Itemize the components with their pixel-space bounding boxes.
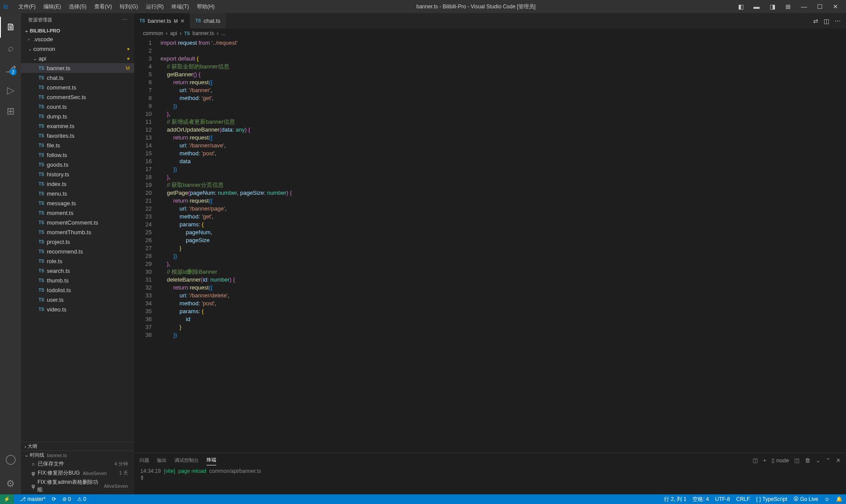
file-item[interactable]: TSthumb.ts [21,275,134,285]
file-item[interactable]: TSuser.ts [21,295,134,304]
file-item[interactable]: TSfavorites.ts [21,131,134,140]
chevron-down-icon[interactable]: ⌄ [816,457,821,464]
outline-section[interactable]: › 大纲 [21,442,134,450]
file-item[interactable]: TSmomentThumb.ts [21,227,134,237]
file-item[interactable]: TSindex.ts [21,179,134,189]
file-item[interactable]: TScount.ts [21,102,134,111]
close-panel-icon[interactable]: ✕ [836,457,841,464]
timeline-section[interactable]: ⌄ 时间线 banner.ts [21,450,134,459]
indentation[interactable]: 空格: 4 [693,496,709,503]
timeline-item[interactable]: ○已保存文件4 分钟 [21,459,134,468]
close-tab-icon[interactable]: ✕ [180,18,185,24]
file-item[interactable]: TSfile.ts [21,140,134,150]
file-item[interactable]: TSvideo.ts [21,304,134,314]
sidebar-title: 资源管理器 [28,17,52,23]
compare-icon[interactable]: ⇄ [813,18,818,25]
layout-icon[interactable]: ◧ [734,3,748,10]
warnings-count[interactable]: ⚠ 0 [77,496,86,502]
panel-tab-output[interactable]: 输出 [157,455,167,465]
shell-selector[interactable]: ▯ node [771,457,789,464]
activity-bar: 🗎 ⌕ ⎇2 ▷ ⊞ ◯ ⚙ [0,13,21,494]
remote-button[interactable]: ⚡ [0,494,14,504]
add-terminal-icon[interactable]: + [763,457,767,464]
split-terminal-icon[interactable]: ◫ [753,457,758,464]
maximize-button[interactable]: ☐ [813,3,827,10]
more-icon[interactable]: ⋯ [122,17,127,23]
file-item[interactable]: TShistory.ts [21,169,134,179]
close-button[interactable]: ✕ [828,3,842,10]
menu-selection[interactable]: 选择(S) [65,1,90,12]
file-item[interactable]: TStodolist.ts [21,285,134,295]
settings-icon[interactable]: ⚙ [0,473,21,494]
eol[interactable]: CRLF [736,496,750,502]
notifications-icon[interactable]: 🔔 [836,496,842,502]
folder-vscode[interactable]: ›.vscode [21,34,134,44]
file-item[interactable]: TSproject.ts [21,237,134,247]
editor-area: TSbanner.tsM✕TSchat.ts ⇄ ◫ ⋯ common › ap… [134,13,846,494]
file-item[interactable]: TSmoment.ts [21,208,134,218]
project-root[interactable]: ⌄ BILIBILI-PRO [21,27,134,34]
file-item[interactable]: TSgoods.ts [21,160,134,169]
terminal-output[interactable]: 14:34:19 [vite] page reload common/api/b… [134,467,846,494]
file-item[interactable]: TSrole.ts [21,256,134,266]
code-editor[interactable]: import request from '../request' export … [161,38,811,453]
file-item[interactable]: TSsearch.ts [21,266,134,275]
menu-view[interactable]: 查看(V) [91,1,115,12]
folder-api[interactable]: ⌄api● [21,54,134,63]
minimap[interactable] [811,38,846,453]
folder-common[interactable]: ⌄common● [21,44,134,54]
file-item[interactable]: TScomment.ts [21,82,134,92]
go-live[interactable]: ⦿ Go Live [793,496,818,502]
timeline-item[interactable]: φFIX:修复admin表格删除功能 AliveSeven [21,478,134,494]
breadcrumbs[interactable]: common › api › TS banner.ts › ... [134,29,846,38]
more-icon[interactable]: ⋯ [835,18,841,25]
minimize-button[interactable]: — [797,3,811,10]
chevron-up-icon[interactable]: ⌃ [826,457,831,464]
panel-tab-problems[interactable]: 问题 [139,455,149,465]
cursor-position[interactable]: 行 2, 列 1 [664,496,686,503]
menu-run[interactable]: 运行(R) [143,1,168,12]
file-item[interactable]: TScommentSec.ts [21,92,134,102]
sidebar-header: 资源管理器 ⋯ [21,13,134,27]
layout-icon[interactable]: ⊞ [781,3,795,10]
file-item[interactable]: TSdump.ts [21,111,134,121]
file-item[interactable]: TSexamine.ts [21,121,134,131]
explorer-icon[interactable]: 🗎 [0,17,21,38]
split-icon[interactable]: ◫ [824,18,829,25]
extensions-icon[interactable]: ⊞ [0,101,21,122]
sidebar: 资源管理器 ⋯ ⌄ BILIBILI-PRO ›.vscode ⌄common●… [21,13,134,494]
sync-button[interactable]: ⟳ [52,496,56,502]
panel-tab-debug[interactable]: 调试控制台 [175,455,199,465]
file-item[interactable]: TSfollow.ts [21,150,134,160]
file-item[interactable]: TSbanner.tsM [21,63,134,73]
debug-icon[interactable]: ▷ [0,80,21,101]
scm-icon[interactable]: ⎇2 [0,59,21,80]
menu-file[interactable]: 文件(F) [15,1,39,12]
search-icon[interactable]: ⌕ [0,38,21,59]
timeline-item[interactable]: φFIX:修复部分BUG AliveSeven1 天 [21,468,134,478]
file-item[interactable]: TSmenu.ts [21,189,134,198]
encoding[interactable]: UTF-8 [715,496,730,502]
split-icon[interactable]: ◫ [794,457,800,464]
file-item[interactable]: TSmomentComment.ts [21,218,134,227]
editor-tab[interactable]: TSchat.ts [190,13,225,29]
layout-icon[interactable]: ◨ [765,3,779,10]
line-gutter: 1234567891011121314151617181920212223242… [134,38,161,453]
panel-tab-terminal[interactable]: 终端 [207,455,216,465]
vscode-logo-icon: ⧉ [4,3,11,11]
menu-go[interactable]: 转到(G) [116,1,141,12]
menu-help[interactable]: 帮助(H) [193,1,218,12]
file-item[interactable]: TSrecommend.ts [21,247,134,256]
file-item[interactable]: TSmessage.ts [21,198,134,208]
feedback-icon[interactable]: ☺ [825,496,830,502]
errors-count[interactable]: ⊘ 0 [62,496,71,502]
account-icon[interactable]: ◯ [0,449,21,470]
trash-icon[interactable]: 🗑 [805,457,810,464]
file-item[interactable]: TSchat.ts [21,73,134,82]
layout-icon[interactable]: ▬ [750,3,764,10]
menu-terminal[interactable]: 终端(T) [168,1,192,12]
language-mode[interactable]: { } TypeScript [756,496,787,502]
menu-edit[interactable]: 编辑(E) [40,1,64,12]
editor-tab[interactable]: TSbanner.tsM✕ [134,13,190,29]
git-branch[interactable]: ⎇ master* [20,496,46,502]
